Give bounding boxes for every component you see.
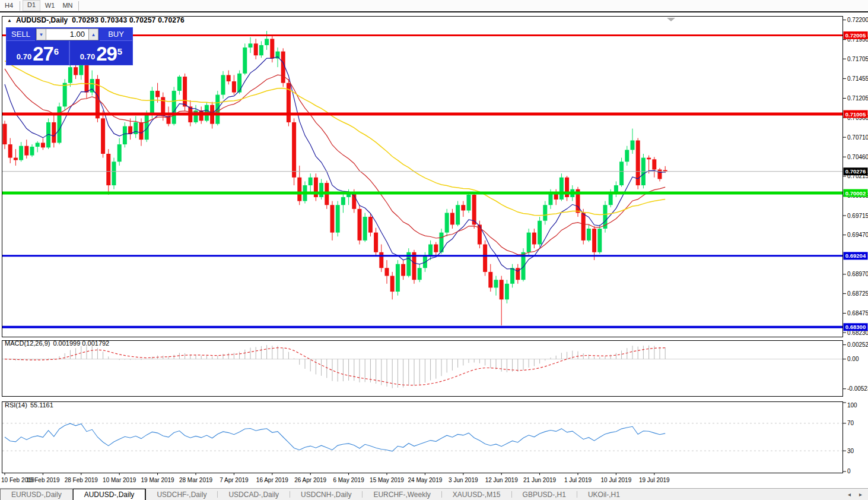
- timeframe-button-mn[interactable]: MN: [59, 1, 76, 11]
- tab-scroll-right-icon[interactable]: ▸: [859, 491, 862, 498]
- svg-text:30: 30: [847, 448, 854, 454]
- svg-text:6 May 2019: 6 May 2019: [333, 477, 364, 483]
- mt4-window: { "icons":{ "collapse_arrow":"▲", "spin_…: [0, 0, 868, 500]
- toolbar-separator: [20, 1, 20, 11]
- svg-text:0.71205: 0.71205: [847, 95, 868, 102]
- svg-text:-0.005234: -0.005234: [847, 385, 868, 392]
- tab-usdchf-daily[interactable]: USDCHF-,Daily: [146, 489, 217, 500]
- svg-text:0.68970: 0.68970: [847, 271, 868, 277]
- one-click-trading-panel: SELL ▼ 1.00 ▲ BUY 0.70276 0.70295: [6, 27, 133, 65]
- macd-indicator-label: MACD(12,26,9)0.001999 0.001792: [5, 340, 109, 347]
- svg-text:3 Jun 2019: 3 Jun 2019: [449, 477, 478, 483]
- svg-text:26 Apr 2019: 26 Apr 2019: [294, 477, 326, 483]
- svg-text:12 Jun 2019: 12 Jun 2019: [485, 477, 518, 483]
- volume-spinner: ▼ 1.00 ▲: [35, 28, 100, 41]
- buy-price-big: 29: [96, 45, 117, 63]
- svg-text:15 May 2019: 15 May 2019: [370, 477, 404, 483]
- panel-frames: [2, 17, 843, 473]
- tab-scroll-left-icon[interactable]: ◂: [848, 491, 851, 498]
- svg-text:0.71455: 0.71455: [847, 75, 868, 82]
- svg-text:1 Jul 2019: 1 Jul 2019: [564, 477, 592, 483]
- tab-eurusd-daily[interactable]: EURUSD-,Daily: [0, 489, 73, 500]
- rsi-indicator-label: RSI(14)55.1161: [5, 401, 53, 409]
- svg-text:0.70460: 0.70460: [847, 154, 868, 160]
- svg-text:19 Mar 2019: 19 Mar 2019: [141, 477, 175, 483]
- volume-increase-icon[interactable]: ▲: [88, 29, 98, 40]
- macd-axis: 0.0025220.00-0.005234: [843, 341, 868, 392]
- price-axis: 0.722000.719500.717050.714550.712050.709…: [843, 17, 868, 336]
- ma-mid-line: [5, 69, 665, 255]
- tab-audusd-daily[interactable]: AUDUSD-,Daily: [73, 489, 147, 500]
- chart-title: ▲ AUDUSD-,Daily 0.70293 0.70343 0.70257 …: [7, 16, 185, 24]
- buy-price-display[interactable]: 0.70295: [70, 41, 132, 65]
- svg-text:21 Jun 2019: 21 Jun 2019: [523, 477, 556, 483]
- timeframe-button-h4[interactable]: H4: [1, 1, 17, 11]
- buy-button[interactable]: BUY: [100, 28, 132, 41]
- svg-text:0.70276: 0.70276: [845, 168, 866, 175]
- svg-text:28 Mar 2019: 28 Mar 2019: [179, 477, 213, 483]
- svg-text:0.69715: 0.69715: [847, 213, 868, 219]
- svg-text:100: 100: [847, 402, 857, 409]
- support-resistance-lines[interactable]: [2, 35, 842, 327]
- sell-price-pip: 6: [54, 40, 59, 63]
- volume-decrease-icon[interactable]: ▼: [36, 29, 46, 40]
- tab-gbpusd-h1[interactable]: GBPUSD-,H1: [512, 489, 577, 500]
- rsi-name: RSI(14): [5, 401, 27, 409]
- svg-text:7 Apr 2019: 7 Apr 2019: [220, 477, 249, 483]
- svg-text:0.00: 0.00: [847, 356, 859, 362]
- buy-price-prefix: 0.70: [80, 51, 95, 63]
- timeframe-button-w1[interactable]: W1: [42, 1, 58, 11]
- toolbar-separator: [78, 1, 79, 11]
- svg-text:0.69204: 0.69204: [845, 252, 866, 259]
- ma-fast-line: [5, 57, 665, 271]
- candles-layer: [3, 31, 667, 325]
- svg-text:0: 0: [847, 468, 851, 474]
- date-axis: 10 Feb 201919 Feb 201928 Feb 201910 Mar …: [1, 473, 670, 483]
- svg-text:0.68475: 0.68475: [847, 310, 868, 317]
- svg-text:10 Mar 2019: 10 Mar 2019: [103, 477, 136, 483]
- svg-text:0.70002: 0.70002: [845, 190, 866, 197]
- svg-text:0.002522: 0.002522: [847, 341, 868, 348]
- rsi-value: 55.1161: [30, 401, 53, 409]
- svg-text:19 Feb 2019: 19 Feb 2019: [26, 477, 60, 483]
- svg-text:19 Jul 2019: 19 Jul 2019: [639, 477, 670, 483]
- svg-text:28 Feb 2019: 28 Feb 2019: [65, 477, 98, 483]
- volume-input[interactable]: 1.00: [46, 29, 88, 40]
- sell-price-big: 27: [33, 45, 53, 63]
- svg-text:0.71705: 0.71705: [847, 56, 868, 62]
- macd-name: MACD(12,26,9): [5, 340, 50, 347]
- svg-text:0.72200: 0.72200: [847, 17, 868, 23]
- tab-xauusd-m15[interactable]: XAUUSD-,M15: [442, 489, 511, 500]
- macd-histogram: [5, 345, 665, 388]
- macd-signal-line: [5, 348, 665, 385]
- chart-shift-marker-icon[interactable]: [667, 18, 675, 21]
- buy-price-pip: 5: [117, 40, 122, 63]
- sell-button[interactable]: SELL: [7, 28, 35, 41]
- symbol-period-label: AUDUSD-,Daily: [16, 16, 68, 24]
- svg-text:0.70710: 0.70710: [847, 134, 868, 141]
- rsi-pane[interactable]: [2, 423, 842, 451]
- svg-text:0.69470: 0.69470: [847, 232, 868, 238]
- svg-text:24 May 2019: 24 May 2019: [408, 477, 442, 483]
- svg-text:16 Apr 2019: 16 Apr 2019: [256, 477, 288, 483]
- timeframe-button-d1[interactable]: D1: [23, 0, 40, 11]
- macd-values: 0.001999 0.001792: [53, 340, 109, 347]
- ohlc-values: 0.70293 0.70343 0.70257 0.70276: [72, 16, 185, 24]
- timeframe-toolbar: H4 D1 W1 MN: [0, 0, 868, 12]
- svg-text:0.68300: 0.68300: [845, 324, 866, 330]
- tab-scroll-nav: ◂ ▸: [848, 489, 868, 500]
- collapse-panel-arrow-icon[interactable]: ▲: [7, 18, 12, 23]
- sell-price-prefix: 0.70: [17, 51, 31, 63]
- sell-price-display[interactable]: 0.70276: [7, 41, 69, 65]
- chart-canvas[interactable]: 0.722000.719500.717050.714550.712050.709…: [0, 0, 868, 500]
- tab-eurchf-weekly[interactable]: EURCHF-,Weekly: [363, 489, 441, 500]
- svg-text:0.71005: 0.71005: [845, 111, 866, 118]
- svg-text:0.72005: 0.72005: [845, 32, 866, 39]
- svg-text:10 Jul 2019: 10 Jul 2019: [601, 477, 632, 483]
- svg-text:70: 70: [847, 420, 854, 426]
- tab-usdcad-daily[interactable]: USDCAD-,Daily: [218, 489, 290, 500]
- chart-tabs-bar: EURUSD-,Daily AUDUSD-,Daily USDCHF-,Dail…: [0, 488, 868, 500]
- svg-text:0.68725: 0.68725: [847, 290, 868, 297]
- tab-usdcnh-daily[interactable]: USDCNH-,Daily: [290, 489, 362, 500]
- tab-ukoil-h1[interactable]: UKOil-,H1: [577, 489, 631, 500]
